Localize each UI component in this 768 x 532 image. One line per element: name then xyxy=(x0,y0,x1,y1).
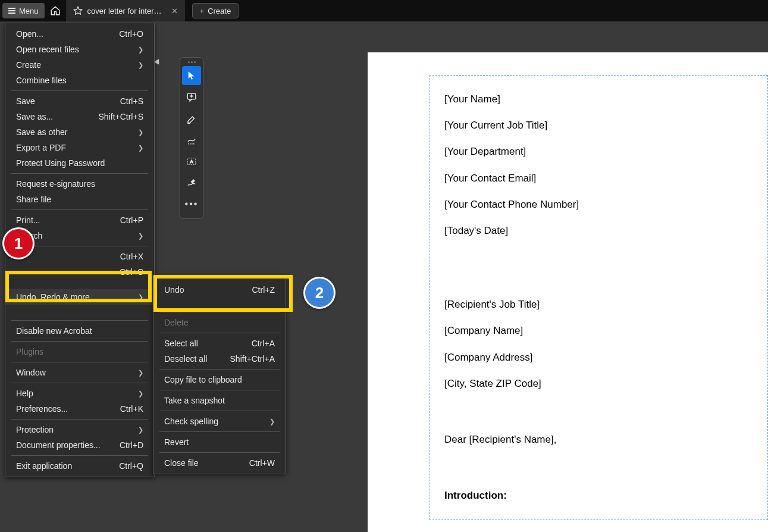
menu-separator xyxy=(11,90,148,91)
tab-close-button[interactable]: ✕ xyxy=(169,5,180,17)
toolbar-drag-handle[interactable] xyxy=(180,60,203,64)
undo-redo-submenu: UndoCtrl+Z Delete Select allCtrl+A Desel… xyxy=(153,276,286,474)
doc-line: [Your Contact Email] xyxy=(444,165,753,192)
svg-text:A: A xyxy=(190,159,193,164)
tab-title: cover letter for internal p... xyxy=(87,7,164,15)
menu-item-print[interactable]: Print...Ctrl+P xyxy=(5,212,154,228)
menu-item-protect-password[interactable]: Protect Using Password xyxy=(5,155,154,171)
submenu-item-check-spelling[interactable]: Check spelling❯ xyxy=(153,414,286,429)
menu-separator xyxy=(159,390,280,390)
doc-line: [Today's Date] xyxy=(444,218,753,244)
menu-item-open-recent[interactable]: Open recent files❯ xyxy=(5,42,154,57)
submenu-item-deselect-all[interactable]: Deselect allShift+Ctrl+A xyxy=(153,351,286,367)
menu-separator xyxy=(159,369,280,370)
menu-item-save-as[interactable]: Save as...Shift+Ctrl+S xyxy=(5,109,154,124)
svg-text:+: + xyxy=(190,94,193,98)
annotation-badge-2: 2 xyxy=(303,277,336,309)
menu-separator xyxy=(11,173,148,174)
chevron-right-icon: ❯ xyxy=(138,129,143,136)
menu-item-save-other[interactable]: Save as other❯ xyxy=(5,124,154,140)
menu-separator xyxy=(159,431,280,432)
menu-item-protection[interactable]: Protection❯ xyxy=(5,422,154,437)
doc-greeting: Dear [Recipient's Name], xyxy=(444,427,753,453)
menu-separator xyxy=(11,320,148,321)
annotation-badge-1: 1 xyxy=(2,227,35,259)
chevron-right-icon: ❯ xyxy=(138,390,143,398)
menu-item-undo-redo-more[interactable]: Undo, Redo & more❯ xyxy=(5,289,154,305)
doc-line: [Your Contact Phone Number] xyxy=(444,192,753,218)
menu-item-create[interactable]: Create❯ xyxy=(5,57,154,73)
submenu-item-delete: Delete xyxy=(153,315,286,330)
select-tool[interactable] xyxy=(182,66,201,85)
menu-item-help[interactable]: Help❯ xyxy=(5,386,154,401)
chevron-right-icon: ❯ xyxy=(138,293,143,301)
chevron-right-icon: ❯ xyxy=(138,232,143,240)
star-icon xyxy=(73,6,83,15)
menu-item-combine[interactable]: Combine files xyxy=(5,73,154,88)
menu-button[interactable]: Menu xyxy=(2,3,45,18)
menu-separator xyxy=(11,341,148,342)
menu-item-disable-new-acrobat[interactable]: Disable new Acrobat xyxy=(5,323,154,339)
more-tools[interactable]: ••• xyxy=(182,195,201,214)
doc-line: [Your Department] xyxy=(444,139,753,165)
highlight-tool[interactable] xyxy=(182,109,201,128)
menu-item-copy[interactable]: Ctrl+C xyxy=(5,264,154,280)
chevron-right-icon: ❯ xyxy=(138,61,143,69)
menu-item-save[interactable]: SaveCtrl+S xyxy=(5,93,154,109)
menu-separator xyxy=(11,362,148,362)
home-button[interactable] xyxy=(47,2,64,19)
doc-line: [Your Name] xyxy=(444,86,753,112)
freeform-icon xyxy=(186,134,197,145)
plus-icon: + xyxy=(200,7,205,15)
doc-section-heading: Introduction: xyxy=(444,483,753,509)
menu-item-share-file[interactable]: Share file xyxy=(5,192,154,207)
home-icon xyxy=(50,5,61,16)
chevron-right-icon: ❯ xyxy=(269,418,275,425)
menu-separator xyxy=(11,419,148,420)
comment-tool[interactable]: + xyxy=(182,87,201,107)
chevron-right-icon: ❯ xyxy=(138,144,143,152)
chevron-right-icon: ❯ xyxy=(138,369,143,377)
menu-separator xyxy=(11,383,148,383)
menu-item-document-properties[interactable]: Document properties...Ctrl+D xyxy=(5,437,154,453)
menu-item-open[interactable]: Open...Ctrl+O xyxy=(5,26,154,42)
chevron-right-icon: ❯ xyxy=(138,426,143,434)
menu-button-label: Menu xyxy=(19,7,39,15)
chevron-right-icon: ❯ xyxy=(138,46,143,54)
text-box-icon: A xyxy=(186,156,197,167)
doc-line: [Company Address] xyxy=(444,345,753,371)
menu-item-window[interactable]: Window❯ xyxy=(5,365,154,380)
sign-icon xyxy=(186,177,197,188)
menu-separator xyxy=(159,411,280,411)
highlight-icon xyxy=(186,113,197,124)
menu-separator xyxy=(159,312,280,312)
menu-separator xyxy=(11,455,148,456)
hamburger-icon xyxy=(8,8,15,14)
menu-item-exit[interactable]: Exit applicationCtrl+Q xyxy=(5,458,154,474)
doc-line: [Your Current Job Title] xyxy=(444,112,753,139)
ellipsis-icon: ••• xyxy=(185,199,199,209)
vertical-toolbar: + A ••• xyxy=(180,57,203,219)
submenu-item-undo[interactable]: UndoCtrl+Z xyxy=(153,282,286,298)
submenu-item-close-file[interactable]: Close fileCtrl+W xyxy=(153,455,286,471)
menu-item-preferences[interactable]: Preferences...Ctrl+K xyxy=(5,401,154,417)
sign-tool[interactable] xyxy=(182,173,201,192)
doc-line: [Company Name] xyxy=(444,318,753,344)
submenu-item-select-all[interactable]: Select allCtrl+A xyxy=(153,336,286,351)
draw-tool[interactable] xyxy=(182,130,201,149)
text-tool[interactable]: A xyxy=(182,152,201,171)
menu-separator xyxy=(159,452,280,453)
document-tab[interactable]: cover letter for internal p... ✕ xyxy=(66,0,185,21)
menu-separator xyxy=(159,333,280,333)
menu-item-plugins: Plugins xyxy=(5,344,154,359)
doc-line: [Recipient's Job Title] xyxy=(444,292,753,318)
submenu-item-copy-clipboard[interactable]: Copy file to clipboard xyxy=(153,372,286,387)
submenu-item-snapshot[interactable]: Take a snapshot xyxy=(153,393,286,408)
document-page: [Your Name] [Your Current Job Title] [Yo… xyxy=(368,52,768,532)
title-bar: Menu cover letter for internal p... ✕ + … xyxy=(0,0,768,21)
menu-item-export-pdf[interactable]: Export a PDF❯ xyxy=(5,140,154,155)
document-text-frame[interactable]: [Your Name] [Your Current Job Title] [Yo… xyxy=(430,75,768,520)
create-button[interactable]: + Create xyxy=(192,3,239,18)
menu-item-request-esign[interactable]: Request e-signatures xyxy=(5,176,154,192)
submenu-item-revert[interactable]: Revert xyxy=(153,434,286,450)
